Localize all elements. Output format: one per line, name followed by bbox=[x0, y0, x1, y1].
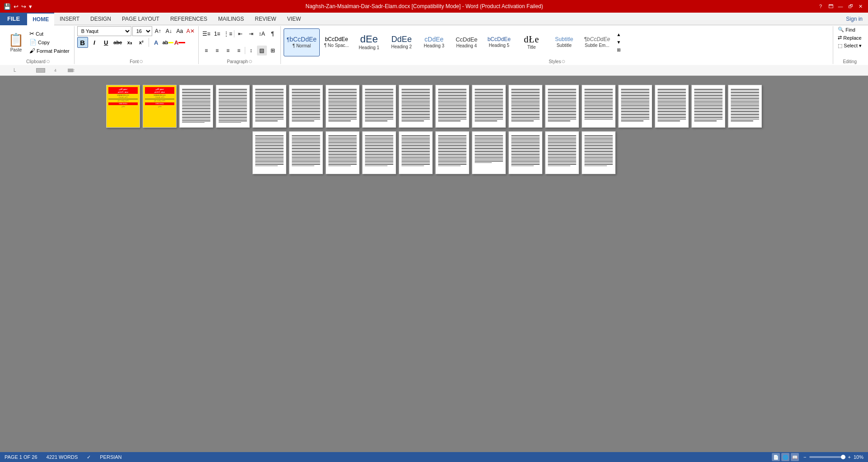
document-area[interactable]: تحقیق آنلاینمرجع دانشجو tahghighonline.c… bbox=[0, 76, 868, 452]
clipboard-expand-icon[interactable]: ⬡ bbox=[47, 60, 50, 64]
style-heading5[interactable]: bCcDdEe Heading 5 bbox=[483, 28, 515, 56]
font-size-select[interactable]: 16 bbox=[132, 26, 152, 36]
page-thumb-23[interactable] bbox=[399, 131, 433, 174]
style-heading4[interactable]: CcDdEe Heading 4 bbox=[451, 28, 482, 56]
grow-font-btn[interactable]: A↑ bbox=[153, 26, 163, 36]
increase-indent-btn[interactable]: ⇥ bbox=[246, 29, 256, 39]
page-thumb-6[interactable] bbox=[289, 85, 323, 128]
styles-expand-icon[interactable]: ⬡ bbox=[562, 60, 565, 64]
tab-page-layout[interactable]: PAGE LAYOUT bbox=[117, 13, 165, 25]
shrink-font-btn[interactable]: A↓ bbox=[164, 26, 174, 36]
page-thumb-4[interactable] bbox=[216, 85, 250, 128]
page-thumb-25[interactable] bbox=[472, 131, 506, 174]
paragraph-expand-icon[interactable]: ⬡ bbox=[249, 60, 252, 64]
help-btn[interactable]: ? bbox=[817, 2, 825, 10]
sort-btn[interactable]: ↕A bbox=[257, 29, 267, 39]
style-heading1[interactable]: dEe Heading 1 bbox=[353, 28, 385, 56]
page-thumb-19[interactable] bbox=[252, 131, 286, 174]
page-thumb-7[interactable] bbox=[326, 85, 359, 128]
cut-button[interactable]: ✂ Cut bbox=[28, 30, 71, 37]
find-button[interactable]: 🔍 Find bbox=[836, 26, 863, 33]
paste-button[interactable]: 📋 Paste bbox=[5, 26, 28, 58]
page-thumb-15[interactable] bbox=[618, 85, 652, 128]
quick-access-toolbar[interactable]: 💾 ↩ ↪ ▾ bbox=[4, 3, 32, 10]
format-painter-button[interactable]: 🖌 Format Painter bbox=[28, 47, 71, 55]
page-thumb-22[interactable] bbox=[362, 131, 396, 174]
text-effects-btn[interactable]: A bbox=[151, 37, 162, 48]
styles-scroll-up[interactable]: ▲ bbox=[615, 31, 622, 38]
style-subtle-emphasis[interactable]: ¶bCcDdEe Subtle Em... bbox=[581, 28, 613, 56]
window-controls[interactable]: ? 🗖 — 🗗 ✕ bbox=[817, 2, 864, 10]
page-thumb-24[interactable] bbox=[435, 131, 469, 174]
page-thumb-27[interactable] bbox=[545, 131, 579, 174]
page-thumb-9[interactable] bbox=[399, 85, 433, 128]
line-spacing-btn[interactable]: ↕ bbox=[246, 46, 256, 55]
replace-button[interactable]: ⇄ Replace bbox=[836, 34, 863, 41]
tab-insert[interactable]: INSERT bbox=[54, 13, 85, 25]
tab-mailings[interactable]: MAILINGS bbox=[213, 13, 249, 25]
font-expand-icon[interactable]: ⬡ bbox=[140, 60, 143, 64]
save-quick-btn[interactable]: 💾 bbox=[4, 3, 11, 10]
clear-format-btn[interactable]: A✕ bbox=[186, 26, 196, 36]
style-heading3[interactable]: cDdEe Heading 3 bbox=[418, 28, 450, 56]
page-thumb-14[interactable] bbox=[582, 85, 616, 128]
tab-design[interactable]: DESIGN bbox=[85, 13, 117, 25]
italic-btn[interactable]: I bbox=[89, 37, 100, 48]
undo-quick-btn[interactable]: ↩ bbox=[14, 3, 19, 10]
tab-references[interactable]: REFERENCES bbox=[165, 13, 213, 25]
align-right-btn[interactable]: ≡ bbox=[223, 46, 233, 55]
tab-review[interactable]: REVIEW bbox=[249, 13, 281, 25]
tab-home[interactable]: HOME bbox=[27, 13, 54, 25]
page-thumb-12[interactable] bbox=[509, 85, 542, 128]
copy-button[interactable]: 📄 Copy bbox=[28, 38, 71, 46]
page-thumb-20[interactable] bbox=[289, 131, 323, 174]
ruler-tab-marker[interactable] bbox=[68, 69, 73, 72]
page-thumb-17[interactable] bbox=[691, 85, 725, 128]
font-color-btn[interactable]: A bbox=[174, 37, 185, 48]
align-center-btn[interactable]: ≡ bbox=[212, 46, 222, 55]
change-case-btn[interactable]: Aa bbox=[175, 26, 185, 36]
page-thumb-26[interactable] bbox=[509, 131, 542, 174]
tab-file[interactable]: FILE bbox=[0, 13, 27, 25]
page-thumb-13[interactable] bbox=[545, 85, 579, 128]
page-thumb-3[interactable] bbox=[179, 85, 213, 128]
styles-scroll-down[interactable]: ▼ bbox=[615, 39, 622, 46]
close-btn[interactable]: ✕ bbox=[856, 2, 864, 10]
page-thumb-28[interactable] bbox=[582, 131, 616, 174]
page-thumb-5[interactable] bbox=[252, 85, 286, 128]
justify-btn[interactable]: ≡ bbox=[234, 46, 244, 55]
page-thumb-8[interactable] bbox=[362, 85, 396, 128]
select-button[interactable]: ⬚ Select ▾ bbox=[836, 42, 863, 49]
customize-quick-btn[interactable]: ▾ bbox=[29, 3, 32, 10]
strikethrough-btn[interactable]: abc bbox=[112, 37, 123, 48]
subscript-btn[interactable]: x₂ bbox=[124, 37, 135, 48]
page-thumb-11[interactable] bbox=[472, 85, 506, 128]
numbering-btn[interactable]: 1≡ bbox=[212, 29, 222, 39]
page-thumb-18[interactable] bbox=[728, 85, 762, 128]
style-subtitle[interactable]: Subtitle Subtitle bbox=[548, 28, 580, 56]
minimize-btn[interactable]: — bbox=[836, 2, 845, 10]
highlight-btn[interactable]: ab bbox=[163, 37, 173, 48]
bullets-btn[interactable]: ☰≡ bbox=[201, 29, 211, 39]
page-thumb-21[interactable] bbox=[326, 131, 359, 174]
page-thumb-2[interactable]: تحقیق آنلاینمرجع دانشجو tahghighonline.c… bbox=[143, 85, 177, 128]
align-left-btn[interactable]: ≡ bbox=[201, 46, 211, 55]
style-no-spacing[interactable]: bCcDdEe ¶ No Spac... bbox=[321, 28, 352, 56]
show-formatting-btn[interactable]: ¶ bbox=[268, 29, 278, 39]
page-thumb-16[interactable] bbox=[655, 85, 689, 128]
redo-quick-btn[interactable]: ↪ bbox=[21, 3, 26, 10]
ribbon-display-btn[interactable]: 🗖 bbox=[826, 2, 835, 10]
style-heading2[interactable]: DdEe Heading 2 bbox=[386, 28, 417, 56]
styles-scroll[interactable]: ▲ ▼ ⊞ bbox=[615, 31, 622, 54]
font-family-select[interactable]: B Yaqut bbox=[77, 26, 131, 36]
maximize-btn[interactable]: 🗗 bbox=[846, 2, 854, 10]
shading-btn[interactable]: ▧ bbox=[257, 46, 267, 55]
borders-btn[interactable]: ⊞ bbox=[268, 46, 278, 55]
bold-btn[interactable]: B bbox=[77, 37, 88, 48]
style-normal[interactable]: ¶bCcDdEe ¶ Normal bbox=[284, 28, 320, 56]
tab-view[interactable]: VIEW bbox=[282, 13, 307, 25]
decrease-indent-btn[interactable]: ⇤ bbox=[235, 29, 245, 39]
multilevel-list-btn[interactable]: ⋮≡ bbox=[223, 29, 233, 39]
styles-expand[interactable]: ⊞ bbox=[615, 46, 622, 54]
ruler-indent-marker[interactable] bbox=[36, 68, 45, 73]
